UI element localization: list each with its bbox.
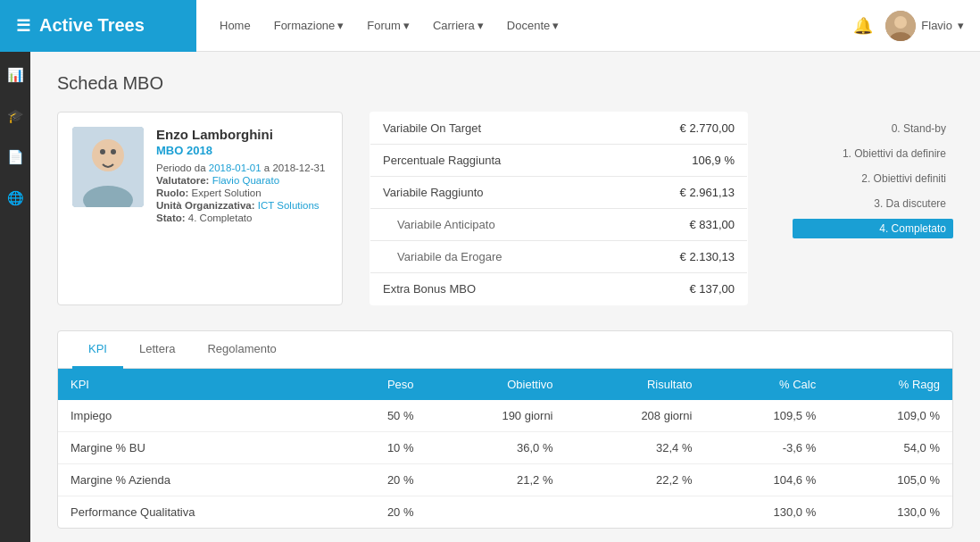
kpi-cell: 109,0 %	[828, 400, 952, 432]
metric-value: € 2.130,13	[613, 241, 748, 273]
avatar	[885, 11, 916, 41]
metric-row: Variabile da Erogare € 2.130,13	[370, 241, 748, 273]
profile-unita: Unità Organizzativa: ICT Solutions	[156, 200, 328, 211]
chevron-down-icon: ▾	[478, 19, 484, 32]
kpi-header-%-ragg: % Ragg	[828, 369, 952, 400]
svg-point-1	[894, 16, 907, 29]
profile-mbo: MBO 2018	[156, 144, 328, 157]
kpi-cell: 32,4 %	[566, 432, 705, 464]
metrics-table: Variabile On Target € 2.770,00 Percentua…	[370, 112, 748, 305]
kpi-cell: Margine % Azienda	[58, 464, 332, 496]
tab-content: KPIPesoObiettivoRisultato% Calc% Ragg Im…	[58, 369, 952, 528]
profile-ruolo: Ruolo: Expert Solution	[156, 188, 328, 198]
metric-label: Variabile On Target	[370, 113, 613, 145]
profile-unita-link[interactable]: ICT Solutions	[258, 200, 320, 211]
kpi-cell: 109,5 %	[705, 400, 829, 432]
kpi-cell: 10 %	[332, 432, 427, 464]
kpi-cell: 21,2 %	[427, 464, 566, 496]
status-step: 1. Obiettivi da definire	[793, 144, 953, 163]
metric-value: € 2.770,00	[613, 113, 748, 145]
main-content: Scheda MBO Enzo Lamborghini MBO	[30, 52, 980, 542]
nav-home[interactable]: Home	[211, 12, 260, 39]
tab-kpi[interactable]: KPI	[72, 331, 123, 369]
profile-info: Enzo Lamborghini MBO 2018 Periodo da 201…	[156, 127, 328, 290]
status-step: 3. Da discutere	[793, 194, 953, 213]
metric-label: Variabile da Erogare	[370, 241, 613, 273]
nav-formazione[interactable]: Formazione ▾	[265, 12, 353, 39]
metric-row: Variabile Anticipato € 831,00	[370, 209, 748, 241]
kpi-cell: Performance Qualitativa	[58, 496, 332, 529]
kpi-cell: 20 %	[332, 464, 427, 496]
user-menu[interactable]: Flavio ▾	[885, 11, 964, 41]
kpi-header-obiettivo: Obiettivo	[427, 369, 566, 400]
nav-docente[interactable]: Docente ▾	[498, 12, 568, 39]
nav-forum[interactable]: Forum ▾	[358, 12, 419, 39]
profile-card: Enzo Lamborghini MBO 2018 Periodo da 201…	[57, 112, 343, 305]
kpi-cell: Margine % BU	[58, 432, 332, 464]
metric-label: Variabile Raggiunto	[370, 177, 613, 209]
metric-value: 106,9 %	[613, 145, 748, 177]
kpi-cell: 105,0 %	[828, 464, 952, 496]
chevron-down-icon: ▾	[403, 19, 410, 32]
navbar: ☰ Active Trees Home Formazione ▾ Forum ▾…	[0, 0, 980, 52]
user-chevron-icon: ▾	[958, 19, 964, 32]
metric-value: € 831,00	[613, 209, 748, 241]
kpi-cell: 130,0 %	[828, 496, 952, 529]
kpi-cell: 208 giorni	[566, 400, 705, 432]
tab-lettera[interactable]: Lettera	[123, 331, 191, 369]
profile-photo	[72, 127, 144, 207]
kpi-row: Performance Qualitativa20 %130,0 %130,0 …	[58, 496, 952, 529]
sidebar-icon-globe[interactable]: 🌐	[3, 186, 28, 211]
profile-period: Periodo da 2018-01-01 a 2018-12-31	[156, 163, 328, 173]
svg-point-6	[100, 149, 105, 154]
top-section: Enzo Lamborghini MBO 2018 Periodo da 201…	[57, 112, 953, 305]
kpi-row: Margine % Azienda20 %21,2 %22,2 %104,6 %…	[58, 464, 952, 496]
metric-row: Extra Bonus MBO € 137,00	[370, 273, 748, 305]
metric-value: € 137,00	[613, 273, 748, 305]
metrics-section: Variabile On Target € 2.770,00 Percentua…	[370, 112, 748, 305]
metric-row: Percentuale Raggiunta 106,9 %	[370, 145, 748, 177]
nav-links: Home Formazione ▾ Forum ▾ Carriera ▾ Doc…	[196, 12, 837, 39]
kpi-cell: Impiego	[58, 400, 332, 432]
profile-period-start[interactable]: 2018-01-01	[209, 163, 262, 173]
hamburger-icon[interactable]: ☰	[16, 16, 30, 36]
kpi-cell: 50 %	[332, 400, 427, 432]
nav-carriera[interactable]: Carriera ▾	[424, 12, 493, 39]
profile-valutatore: Valutatore: Flavio Quarato	[156, 175, 328, 186]
kpi-row: Margine % BU10 %36,0 %32,4 %-3,6 %54,0 %	[58, 432, 952, 464]
tabs-section: KPILetteraRegolamento KPIPesoObiettivoRi…	[57, 330, 953, 529]
status-step: 2. Obiettivi definiti	[793, 169, 953, 188]
brand: ☰ Active Trees	[0, 0, 196, 52]
kpi-cell: 190 giorni	[427, 400, 566, 432]
kpi-header-risultato: Risultato	[566, 369, 705, 400]
kpi-header-peso: Peso	[332, 369, 427, 400]
kpi-cell	[427, 496, 566, 529]
svg-point-7	[111, 149, 116, 154]
nav-right: 🔔 Flavio ▾	[837, 11, 980, 41]
page-title: Scheda MBO	[57, 73, 953, 94]
chevron-down-icon: ▾	[552, 19, 559, 32]
kpi-cell: 20 %	[332, 496, 427, 529]
sidebar-icon-learn[interactable]: 🎓	[3, 104, 28, 129]
kpi-cell: 130,0 %	[705, 496, 829, 529]
profile-name: Enzo Lamborghini	[156, 127, 328, 142]
metric-label: Variabile Anticipato	[370, 209, 613, 241]
metric-value: € 2.961,13	[613, 177, 748, 209]
status-section: 0. Stand-by1. Obiettivi da definire2. Ob…	[775, 112, 953, 305]
metric-row: Variabile On Target € 2.770,00	[370, 113, 748, 145]
kpi-header-%-calc: % Calc	[705, 369, 829, 400]
profile-valutatore-link[interactable]: Flavio Quarato	[212, 175, 279, 186]
layout: 📊 🎓 📄 🌐 Scheda MBO	[0, 52, 980, 542]
tabs-header: KPILetteraRegolamento	[58, 331, 952, 369]
metric-row: Variabile Raggiunto € 2.961,13	[370, 177, 748, 209]
bell-icon[interactable]: 🔔	[853, 16, 873, 36]
metric-label: Extra Bonus MBO	[370, 273, 613, 305]
kpi-cell: -3,6 %	[705, 432, 829, 464]
sidebar-icon-doc[interactable]: 📄	[3, 145, 28, 170]
kpi-cell: 36,0 %	[427, 432, 566, 464]
kpi-row: Impiego50 %190 giorni208 giorni109,5 %10…	[58, 400, 952, 432]
sidebar-icon-chart[interactable]: 📊	[3, 63, 28, 88]
status-step: 4. Completato	[793, 219, 953, 238]
tab-regolamento[interactable]: Regolamento	[191, 331, 292, 369]
kpi-cell: 104,6 %	[705, 464, 829, 496]
